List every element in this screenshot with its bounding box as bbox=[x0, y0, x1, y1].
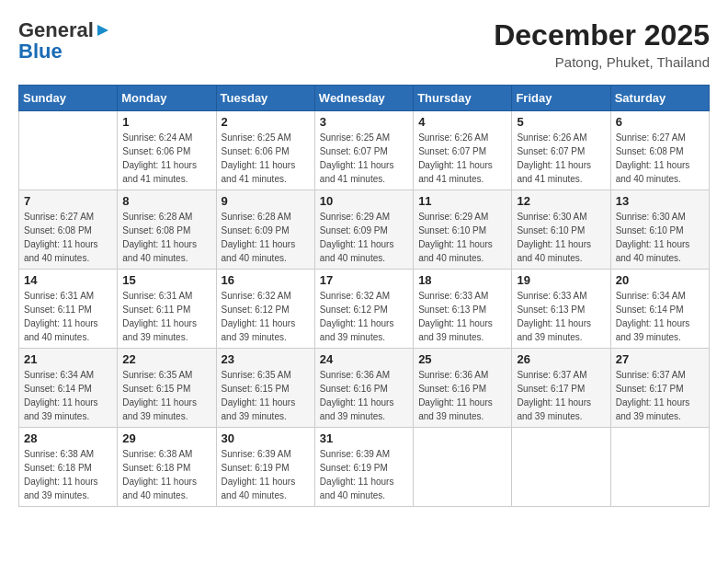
sunrise-text: Sunrise: 6:30 AM bbox=[616, 212, 686, 222]
sunset-text: Sunset: 6:13 PM bbox=[418, 304, 486, 315]
calendar-week-row: 14Sunrise: 6:31 AMSunset: 6:11 PMDayligh… bbox=[19, 270, 710, 349]
day-sun-info: Sunrise: 6:37 AMSunset: 6:17 PMDaylight:… bbox=[616, 368, 704, 423]
sunrise-text: Sunrise: 6:32 AM bbox=[222, 291, 291, 301]
daylight-text: Daylight: 11 hours and 40 minutes. bbox=[222, 239, 296, 263]
daylight-text: Daylight: 11 hours and 40 minutes. bbox=[222, 477, 296, 500]
calendar-day-cell: 16Sunrise: 6:32 AMSunset: 6:12 PMDayligh… bbox=[216, 270, 314, 349]
daylight-text: Daylight: 11 hours and 40 minutes. bbox=[122, 477, 197, 500]
daylight-text: Daylight: 11 hours and 40 minutes. bbox=[616, 160, 690, 184]
sunrise-text: Sunrise: 6:34 AM bbox=[24, 370, 94, 380]
daylight-text: Daylight: 11 hours and 41 minutes. bbox=[418, 160, 493, 184]
day-number: 15 bbox=[122, 273, 210, 287]
sunrise-text: Sunrise: 6:39 AM bbox=[320, 449, 390, 459]
sunrise-text: Sunrise: 6:28 AM bbox=[122, 212, 192, 222]
sunset-text: Sunset: 6:06 PM bbox=[222, 146, 290, 156]
calendar-day-cell: 1Sunrise: 6:24 AMSunset: 6:06 PMDaylight… bbox=[118, 111, 216, 190]
day-number: 3 bbox=[320, 115, 408, 129]
day-number: 30 bbox=[222, 431, 310, 445]
calendar-day-cell: 28Sunrise: 6:38 AMSunset: 6:18 PMDayligh… bbox=[19, 428, 118, 507]
day-of-week-header: Thursday bbox=[414, 86, 512, 111]
day-of-week-header: Wednesday bbox=[314, 86, 413, 111]
sunset-text: Sunset: 6:15 PM bbox=[122, 384, 190, 394]
sunset-text: Sunset: 6:08 PM bbox=[122, 225, 190, 236]
sunrise-text: Sunrise: 6:35 AM bbox=[222, 370, 291, 380]
day-sun-info: Sunrise: 6:32 AMSunset: 6:12 PMDaylight:… bbox=[320, 289, 408, 344]
day-of-week-header: Sunday bbox=[19, 86, 118, 111]
day-number: 10 bbox=[320, 194, 408, 208]
logo-arrow-icon bbox=[96, 19, 110, 43]
day-sun-info: Sunrise: 6:31 AMSunset: 6:11 PMDaylight:… bbox=[122, 289, 210, 344]
sunrise-text: Sunrise: 6:31 AM bbox=[24, 291, 94, 301]
month-year-title: December 2025 bbox=[494, 18, 710, 52]
day-number: 18 bbox=[418, 273, 506, 287]
daylight-text: Daylight: 11 hours and 39 minutes. bbox=[320, 318, 394, 342]
day-of-week-header: Tuesday bbox=[216, 86, 314, 111]
title-block: December 2025 Patong, Phuket, Thailand bbox=[494, 18, 710, 70]
day-sun-info: Sunrise: 6:36 AMSunset: 6:16 PMDaylight:… bbox=[320, 368, 408, 423]
sunrise-text: Sunrise: 6:34 AM bbox=[616, 291, 686, 301]
daylight-text: Daylight: 11 hours and 40 minutes. bbox=[122, 239, 197, 263]
calendar-day-cell: 4Sunrise: 6:26 AMSunset: 6:07 PMDaylight… bbox=[414, 111, 512, 190]
sunrise-text: Sunrise: 6:37 AM bbox=[517, 370, 586, 380]
sunset-text: Sunset: 6:19 PM bbox=[222, 463, 290, 473]
sunset-text: Sunset: 6:10 PM bbox=[616, 225, 684, 236]
day-sun-info: Sunrise: 6:28 AMSunset: 6:09 PMDaylight:… bbox=[222, 210, 310, 265]
day-sun-info: Sunrise: 6:25 AMSunset: 6:06 PMDaylight:… bbox=[222, 131, 310, 186]
calendar-day-cell: 31Sunrise: 6:39 AMSunset: 6:19 PMDayligh… bbox=[314, 428, 413, 507]
sunrise-text: Sunrise: 6:38 AM bbox=[24, 449, 94, 459]
sunrise-text: Sunrise: 6:29 AM bbox=[320, 212, 390, 222]
calendar-day-cell: 22Sunrise: 6:35 AMSunset: 6:15 PMDayligh… bbox=[118, 349, 216, 428]
sunset-text: Sunset: 6:08 PM bbox=[24, 225, 92, 236]
day-number: 28 bbox=[24, 431, 112, 445]
sunrise-text: Sunrise: 6:32 AM bbox=[320, 291, 390, 301]
sunset-text: Sunset: 6:11 PM bbox=[24, 304, 92, 315]
sunrise-text: Sunrise: 6:25 AM bbox=[222, 132, 291, 143]
day-sun-info: Sunrise: 6:29 AMSunset: 6:09 PMDaylight:… bbox=[320, 210, 408, 265]
calendar-day-cell: 2Sunrise: 6:25 AMSunset: 6:06 PMDaylight… bbox=[216, 111, 314, 190]
calendar-day-cell: 7Sunrise: 6:27 AMSunset: 6:08 PMDaylight… bbox=[19, 190, 118, 270]
daylight-text: Daylight: 11 hours and 40 minutes. bbox=[616, 239, 690, 263]
sunset-text: Sunset: 6:12 PM bbox=[320, 304, 388, 315]
day-sun-info: Sunrise: 6:31 AMSunset: 6:11 PMDaylight:… bbox=[24, 289, 112, 344]
day-sun-info: Sunrise: 6:39 AMSunset: 6:19 PMDaylight:… bbox=[222, 447, 310, 502]
calendar-empty-cell bbox=[512, 428, 610, 507]
sunrise-text: Sunrise: 6:27 AM bbox=[24, 212, 94, 222]
sunrise-text: Sunrise: 6:37 AM bbox=[616, 370, 686, 380]
day-sun-info: Sunrise: 6:30 AMSunset: 6:10 PMDaylight:… bbox=[616, 210, 704, 265]
day-number: 20 bbox=[616, 273, 704, 287]
sunset-text: Sunset: 6:18 PM bbox=[122, 463, 190, 473]
day-sun-info: Sunrise: 6:30 AMSunset: 6:10 PMDaylight:… bbox=[517, 210, 605, 265]
daylight-text: Daylight: 11 hours and 41 minutes. bbox=[122, 160, 197, 184]
daylight-text: Daylight: 11 hours and 39 minutes. bbox=[24, 477, 98, 500]
day-sun-info: Sunrise: 6:37 AMSunset: 6:17 PMDaylight:… bbox=[517, 368, 605, 423]
sunset-text: Sunset: 6:11 PM bbox=[122, 304, 190, 315]
day-number: 19 bbox=[517, 273, 605, 287]
sunrise-text: Sunrise: 6:24 AM bbox=[122, 132, 192, 143]
calendar-day-cell: 8Sunrise: 6:28 AMSunset: 6:08 PMDaylight… bbox=[118, 190, 216, 270]
sunset-text: Sunset: 6:17 PM bbox=[517, 384, 585, 394]
day-sun-info: Sunrise: 6:35 AMSunset: 6:15 PMDaylight:… bbox=[122, 368, 210, 423]
calendar-day-cell: 27Sunrise: 6:37 AMSunset: 6:17 PMDayligh… bbox=[610, 349, 709, 428]
daylight-text: Daylight: 11 hours and 41 minutes. bbox=[320, 160, 394, 184]
sunrise-text: Sunrise: 6:27 AM bbox=[616, 132, 686, 143]
day-number: 29 bbox=[122, 431, 210, 445]
day-number: 26 bbox=[517, 352, 605, 366]
svg-marker-0 bbox=[97, 25, 108, 36]
daylight-text: Daylight: 11 hours and 40 minutes. bbox=[418, 239, 493, 263]
day-sun-info: Sunrise: 6:32 AMSunset: 6:12 PMDaylight:… bbox=[222, 289, 310, 344]
daylight-text: Daylight: 11 hours and 39 minutes. bbox=[418, 397, 493, 421]
day-sun-info: Sunrise: 6:34 AMSunset: 6:14 PMDaylight:… bbox=[24, 368, 112, 423]
day-number: 22 bbox=[122, 352, 210, 366]
daylight-text: Daylight: 11 hours and 39 minutes. bbox=[320, 397, 394, 421]
daylight-text: Daylight: 11 hours and 39 minutes. bbox=[616, 397, 690, 421]
day-of-week-header: Friday bbox=[512, 86, 610, 111]
day-sun-info: Sunrise: 6:38 AMSunset: 6:18 PMDaylight:… bbox=[24, 447, 112, 502]
day-sun-info: Sunrise: 6:24 AMSunset: 6:06 PMDaylight:… bbox=[122, 131, 210, 186]
sunrise-text: Sunrise: 6:29 AM bbox=[418, 212, 488, 222]
sunrise-text: Sunrise: 6:39 AM bbox=[222, 449, 291, 459]
day-sun-info: Sunrise: 6:33 AMSunset: 6:13 PMDaylight:… bbox=[418, 289, 506, 344]
sunset-text: Sunset: 6:15 PM bbox=[222, 384, 290, 394]
calendar-day-cell: 3Sunrise: 6:25 AMSunset: 6:07 PMDaylight… bbox=[314, 111, 413, 190]
sunset-text: Sunset: 6:10 PM bbox=[418, 225, 486, 236]
sunrise-text: Sunrise: 6:33 AM bbox=[418, 291, 488, 301]
